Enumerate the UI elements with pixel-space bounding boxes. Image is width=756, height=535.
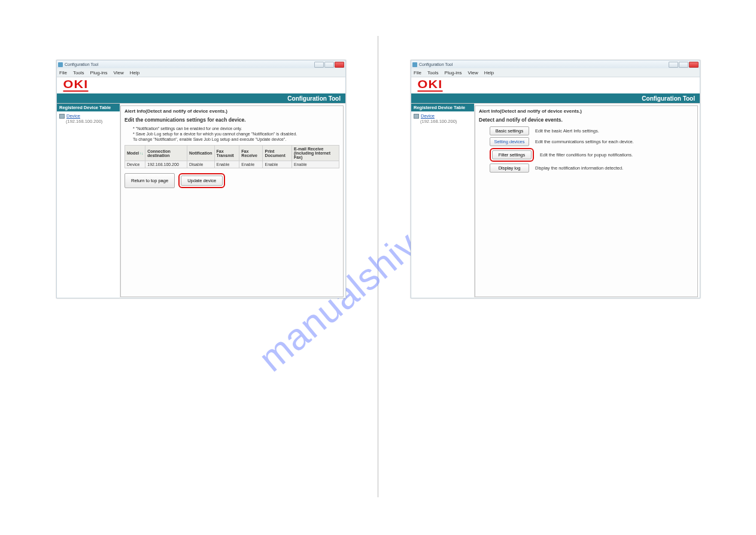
menubar: File Tools Plug-ins View Help <box>57 68 345 77</box>
note-line: * "Notification" settings can be enabled… <box>133 126 339 132</box>
menu-help[interactable]: Help <box>130 70 139 75</box>
device-ip: (192.168.100.200) <box>66 119 117 124</box>
cell-email: Enable <box>292 161 339 168</box>
option-desc: Edit the filter conditions for popup not… <box>540 152 633 158</box>
cell-faxrx: Enable <box>239 161 263 168</box>
option-basic-settings: Basic settings Edit the basic Alert Info… <box>490 126 694 135</box>
main-panel: Alert Info(Detect and notify of device e… <box>475 105 698 297</box>
menu-view[interactable]: View <box>467 70 478 75</box>
basic-settings-button[interactable]: Basic settings <box>490 126 529 135</box>
close-button[interactable] <box>689 62 699 68</box>
cell-model: Device <box>125 161 145 168</box>
settings-table: Model↑↓ Connection destination Notificat… <box>125 145 339 168</box>
return-button[interactable]: Return to top page <box>125 173 175 188</box>
menu-help[interactable]: Help <box>484 70 494 75</box>
device-link[interactable]: Device <box>421 113 435 119</box>
minimize-button[interactable] <box>669 62 678 68</box>
cell-notif: Disable <box>187 161 215 168</box>
menu-tools[interactable]: Tools <box>73 70 84 75</box>
highlight-update: Update device <box>178 173 225 188</box>
page-divider <box>378 36 378 497</box>
col-conn[interactable]: Connection destination <box>145 146 187 161</box>
col-email[interactable]: E-mail Receive (Including Internet Fax) <box>292 146 339 161</box>
titlebar: Configuration Tool <box>57 61 345 68</box>
main-panel: Alert Info(Detect and notify of device e… <box>120 105 344 297</box>
banner: OKI Configuration Tool <box>57 77 345 104</box>
col-faxtx[interactable]: Fax Transmit <box>214 146 239 161</box>
banner: OKI Configuration Tool <box>411 77 700 104</box>
panel-subtitle: Detect and notify of device events. <box>479 117 694 123</box>
option-setting-devices: Setting devices Edit the communications … <box>490 137 694 146</box>
menu-file[interactable]: File <box>59 70 67 75</box>
panel-subtitle: Edit the communications settings for eac… <box>125 117 339 123</box>
filter-settings-button[interactable]: Filter settings <box>492 150 532 159</box>
update-device-button[interactable]: Update device <box>181 176 223 186</box>
highlight-filter: Filter settings <box>490 148 534 162</box>
menu-tools[interactable]: Tools <box>427 70 439 75</box>
device-icon <box>414 114 419 119</box>
app-name: Configuration Tool <box>287 95 341 102</box>
window-left: Configuration Tool File Tools Plug-ins V… <box>56 60 346 298</box>
note-line: * Save Job Log setup for a device for wh… <box>133 132 339 137</box>
oki-logo: OKI <box>417 79 442 92</box>
window-right: Configuration Tool File Tools Plug-ins V… <box>411 60 700 298</box>
sidebar: Registered Device Table Device (192.168.… <box>411 104 475 299</box>
window-title: Configuration Tool <box>65 62 98 67</box>
maximize-button[interactable] <box>324 62 334 68</box>
breadcrumb: Alert Info(Detect and notify of device e… <box>125 108 339 114</box>
titlebar: Configuration Tool <box>411 61 700 68</box>
app-icon <box>412 62 417 67</box>
cell-faxtx: Enable <box>214 161 239 168</box>
app-name: Configuration Tool <box>642 95 695 102</box>
col-faxrx[interactable]: Fax Receive <box>239 146 263 161</box>
setting-devices-button[interactable]: Setting devices <box>490 137 529 146</box>
close-button[interactable] <box>335 62 344 68</box>
menubar: File Tools Plug-ins View Help <box>411 68 700 77</box>
note-line: To change "Notification", enable Save Jo… <box>133 137 339 143</box>
maximize-button[interactable] <box>679 62 688 68</box>
sidebar-header: Registered Device Table <box>411 104 474 111</box>
table-row[interactable]: Device 192.168.100.200 Disable Enable En… <box>125 161 339 168</box>
device-link[interactable]: Device <box>66 113 80 119</box>
option-desc: Edit the basic Alert Info settings. <box>535 128 599 134</box>
option-desc: Display the notification information det… <box>535 165 623 171</box>
sidebar: Registered Device Table Device (192.168.… <box>57 104 120 299</box>
device-ip: (192.168.100.200) <box>420 119 472 124</box>
option-display-log: Display log Display the notification inf… <box>490 164 694 173</box>
display-log-button[interactable]: Display log <box>490 164 529 173</box>
device-icon <box>59 114 65 119</box>
device-tree: Device (192.168.100.200) <box>411 111 474 126</box>
menu-view[interactable]: View <box>113 70 123 75</box>
app-icon <box>58 62 63 67</box>
minimize-button[interactable] <box>314 62 324 68</box>
menu-file[interactable]: File <box>414 70 421 75</box>
breadcrumb: Alert Info(Detect and notify of device e… <box>479 108 694 114</box>
col-notif[interactable]: Notification <box>187 146 215 161</box>
sort-icon: ↑↓ <box>139 152 143 155</box>
menu-plugins[interactable]: Plug-ins <box>90 70 108 75</box>
col-print[interactable]: Print Document <box>263 146 292 161</box>
cell-print: Enable <box>263 161 292 168</box>
cell-conn: 192.168.100.200 <box>145 161 187 168</box>
col-model[interactable]: Model↑↓ <box>125 146 145 161</box>
option-desc: Edit the communications settings for eac… <box>535 139 634 144</box>
oki-logo: OKI <box>63 79 88 92</box>
option-filter-settings: Filter settings Edit the filter conditio… <box>490 148 694 162</box>
menu-plugins[interactable]: Plug-ins <box>445 70 462 75</box>
window-title: Configuration Tool <box>419 62 453 67</box>
sidebar-header: Registered Device Table <box>57 104 120 111</box>
device-tree: Device (192.168.100.200) <box>57 111 120 126</box>
notes: * "Notification" settings can be enabled… <box>133 126 339 142</box>
